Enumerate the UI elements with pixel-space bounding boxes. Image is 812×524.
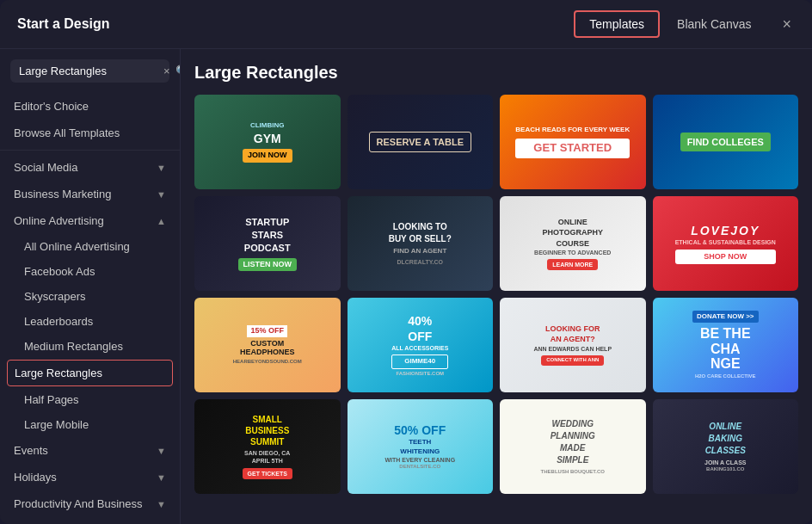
template-card-headphones[interactable]: 15% OFF CUSTOMHEADPHONES HEARBEYONDSOUND… [194,298,341,392]
sidebar-subitem-leaderboards[interactable]: Leaderboards [0,309,180,334]
sidebar-item-collages[interactable]: Collages ▼ [0,517,180,524]
chevron-down-icon: ▼ [157,472,166,483]
sidebar-subitem-large-mobile[interactable]: Large Mobile [0,412,180,437]
template-card-realestate[interactable]: LOOKING TOBUY OR SELL? FIND AN AGENT dlc… [348,196,494,291]
card-text-photography: ONLINEPHOTOGRAPHYCOURSE Beginner to Adva… [529,212,616,276]
sidebar-item-business-marketing[interactable]: Business Marketing ▼ [0,181,180,207]
divider [0,150,180,151]
start-a-design-modal: Start a Design Templates Blank Canvas × … [0,0,812,524]
badge-connect: CONNECT WITH ANN [541,355,604,366]
sidebar-subitem-half-pages[interactable]: Half Pages [0,387,180,412]
sidebar-subitem-large-rectangles[interactable]: Large Rectangles [7,360,173,386]
card-text-teeth: 50% OFF TEETHWHITENING with every cleani… [379,417,460,476]
card-text-getstarted: Beach reads for every week GET STARTED [510,120,635,163]
template-card-gym[interactable]: CLIMBING GYM JOIN NOW [194,95,341,189]
sidebar-item-holidays[interactable]: Holidays ▼ [0,464,180,490]
section-title: Large Rectangles [194,63,798,83]
chevron-down-icon: ▼ [157,499,166,509]
card-text-podcast: StartupStarsPodcast LISTEN NOW [233,211,303,277]
tab-templates[interactable]: Templates [574,10,660,38]
card-text-summit: SmallBusinessSummit SAN DIEGO, CAAPRIL 5… [237,409,298,484]
card-text-gym: CLIMBING GYM JOIN NOW [237,116,298,167]
card-text-restaurant: Reserve a Table [364,126,477,157]
badge-learn-more: LEARN MORE [547,259,598,270]
sidebar-subitem-all-online-advertising[interactable]: All Online Advertising [0,234,180,259]
modal-body: × 🔍 Editor's Choice Browse All Templates… [0,49,812,524]
template-card-podcast[interactable]: StartupStarsPodcast LISTEN NOW [194,196,341,291]
badge-listen-now: LISTEN NOW [238,258,298,272]
card-text-wedding: WeddingPlanningMadeSimple TheBlush Bouqu… [536,413,610,481]
card-text-realestate: LOOKING TOBUY OR SELL? FIND AN AGENT dlc… [384,216,457,270]
sidebar-subitem-facebook-ads[interactable]: Facebook Ads [0,259,180,284]
chevron-up-icon: ▲ [157,216,166,226]
card-text-headphones: 15% OFF CUSTOMHEADPHONES HEARBEYONDSOUND… [228,319,307,371]
sidebar-item-editors-choice[interactable]: Editor's Choice [0,93,180,120]
main-content: Large Rectangles CLIMBING GYM JOIN NOW R… [181,49,812,524]
template-card-summit[interactable]: SmallBusinessSummit SAN DIEGO, CAAPRIL 5… [194,399,341,494]
search-input[interactable] [19,65,163,77]
card-text-college: FIND COLLEGES [675,127,776,157]
chevron-down-icon: ▼ [157,446,166,456]
sidebar-item-browse-all[interactable]: Browse All Templates [0,120,180,146]
card-text-lovejoy: LOVEJOY ETHICAL & SUSTAINABLE DESIGN Sho… [670,218,781,270]
tab-blank-canvas[interactable]: Blank Canvas [663,10,765,38]
template-card-wedding[interactable]: WeddingPlanningMadeSimple TheBlush Bouqu… [500,399,646,494]
card-text-accessories: 40%OFF ALL ACCESSORIES GIMME40 fashionsi… [386,308,453,383]
search-clear-icon[interactable]: × [163,65,170,77]
sidebar-item-online-advertising[interactable]: Online Advertising ▲ [0,207,180,234]
sidebar-item-productivity-business[interactable]: Productivity And Business ▼ [0,490,180,517]
sidebar-subitem-medium-rectangles[interactable]: Medium Rectangles [0,334,180,359]
chevron-down-icon: ▼ [157,163,166,173]
template-card-restaurant[interactable]: Reserve a Table [348,95,494,189]
badge-join-now: JOIN NOW [243,149,292,163]
template-card-teeth[interactable]: 50% OFF TEETHWHITENING with every cleani… [348,399,494,494]
search-box: × 🔍 [10,59,169,83]
template-card-college[interactable]: FIND COLLEGES [653,95,799,189]
template-card-baking[interactable]: OnlineBakingClasses JOIN A CLASS baking1… [653,399,799,494]
sidebar: × 🔍 Editor's Choice Browse All Templates… [0,49,181,524]
modal-title: Start a Design [17,16,110,32]
template-card-lovejoy[interactable]: LOVEJOY ETHICAL & SUSTAINABLE DESIGN Sho… [653,196,799,291]
card-text-agent: LOOKING FORAN AGENT? Ann Edwards can hel… [528,319,617,370]
template-card-donate[interactable]: DONATE NOW >> BE THECHANGE H2O CARE COLL… [653,298,799,392]
badge-get-tickets: GET TICKETS [243,468,292,479]
template-grid: CLIMBING GYM JOIN NOW Reserve a Table Be… [194,95,798,494]
tab-group: Templates Blank Canvas [574,10,765,38]
template-card-getstarted[interactable]: Beach reads for every week GET STARTED [500,95,646,189]
template-card-photography[interactable]: ONLINEPHOTOGRAPHYCOURSE Beginner to Adva… [500,196,646,291]
chevron-down-icon: ▼ [157,189,166,200]
sidebar-item-events[interactable]: Events ▼ [0,437,180,464]
card-text-donate: DONATE NOW >> BE THECHANGE H2O CARE COLL… [687,305,764,385]
template-card-agent[interactable]: LOOKING FORAN AGENT? Ann Edwards can hel… [500,298,646,392]
sidebar-subitem-skyscrapers[interactable]: Skyscrapers [0,284,180,309]
card-text-baking: OnlineBakingClasses JOIN A CLASS baking1… [699,416,752,478]
modal-header: Start a Design Templates Blank Canvas × [0,0,812,49]
template-card-accessories[interactable]: 40%OFF ALL ACCESSORIES GIMME40 fashionsi… [348,298,494,392]
sidebar-item-social-media[interactable]: Social Media ▼ [0,154,180,181]
close-button[interactable]: × [778,12,795,37]
